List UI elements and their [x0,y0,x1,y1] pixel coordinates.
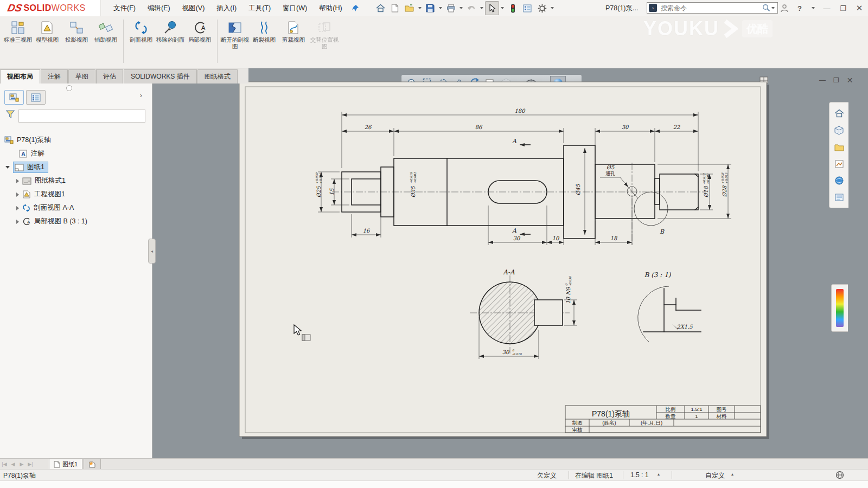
auxiliary-view-button[interactable]: 辅助视图 [91,20,120,43]
menu-edit[interactable]: 编辑(E) [142,0,176,16]
tree-item-annotations[interactable]: A 注解 [0,147,152,160]
section-title[interactable]: A-A [502,268,515,276]
dim-16[interactable]: 16 [363,228,371,234]
panel-expand-chevron[interactable]: › [140,91,142,99]
expand-right-icon[interactable] [16,206,19,210]
new-document-button[interactable] [388,1,402,15]
menu-insert[interactable]: 插入(I) [210,0,242,16]
menu-file[interactable]: 文件(F) [107,0,142,16]
chamfer-dim[interactable]: 2X1.5 [676,324,693,330]
scale-spin-icon[interactable]: ▴ [658,472,660,477]
dim-30[interactable]: 30 [622,124,629,130]
dia-25[interactable]: Ø25 [316,186,322,198]
detail-letter[interactable]: B [660,228,665,235]
search-dropdown-caret[interactable] [771,7,775,9]
doc-close-button[interactable]: ✕ [847,76,853,85]
appearances-palette-tab[interactable] [831,284,848,332]
expand-right-icon[interactable] [16,192,19,197]
tree-root-drawing[interactable]: P78(1)泵轴 [0,133,152,147]
crop-view-button[interactable]: 剪裁视图 [279,20,308,43]
units-spin-icon[interactable]: ▴ [731,472,733,477]
expand-right-icon[interactable] [16,179,19,183]
save-button[interactable] [423,1,437,15]
cut-letter-top[interactable]: A [512,138,517,145]
performance-light-icon[interactable] [506,1,520,15]
print-dropdown-caret[interactable] [459,7,463,9]
restore-button[interactable]: ❐ [838,4,848,12]
feature-tree-tab[interactable] [4,90,24,105]
sheet1-tab[interactable]: 图纸1 [49,459,82,470]
search-icon[interactable] [762,4,770,12]
dia-45[interactable]: Ø45 [575,184,581,196]
section-view-button[interactable]: 剖面视图 [126,20,156,43]
undo-button[interactable] [464,1,478,15]
cut-letter-bottom[interactable]: A [512,227,517,234]
forum-sphere-icon[interactable] [835,176,844,185]
tab-evaluate[interactable]: 评估 [96,69,123,84]
dia-35[interactable]: Ø35 [410,186,416,198]
command-search-box[interactable]: › [647,2,778,14]
drawing-sheet[interactable]: B 180 26 86 30 22 A A Ø25 +0.030 +0.015 … [239,81,769,439]
standard-3-view-button[interactable]: 标准三视图 [3,20,33,43]
selected-tree-item[interactable]: 图纸1 [13,162,48,173]
dim-overall[interactable]: 180 [514,108,526,114]
close-button[interactable]: ✕ [854,3,865,13]
dia-28[interactable]: Ø28 [722,185,727,197]
tab-annotation[interactable]: 注解 [41,69,68,84]
break-view-button[interactable]: 断裂视图 [250,20,279,43]
doc-restore-button[interactable]: ❐ [833,76,839,84]
dim-key-off[interactable]: 10 [552,235,560,241]
help-button[interactable]: ? [794,4,805,12]
file-explorer-icon[interactable] [835,160,844,168]
add-sheet-tab[interactable] [84,459,101,470]
design-tree-toggle-button[interactable] [520,1,534,15]
dim-26[interactable]: 26 [365,124,372,130]
removed-section-button[interactable]: 移除的剖面 [156,20,185,43]
tree-item-detail-view[interactable]: A 局部视图 B (3 : 1) [0,215,152,228]
search-input[interactable] [660,4,762,12]
detail-view-button[interactable]: A 局部视图 [185,20,214,43]
minimize-button[interactable]: — [821,4,832,12]
help-dropdown-caret[interactable] [812,7,815,9]
tree-item-sheet1[interactable]: 图纸1 [0,160,152,174]
menu-view[interactable]: 视图(V) [176,0,211,16]
undo-dropdown-caret[interactable] [480,7,483,9]
expand-down-icon[interactable] [5,166,10,169]
print-button[interactable] [444,1,458,15]
globe-status-icon[interactable] [835,471,844,479]
projected-view-button[interactable]: 投影视图 [62,20,91,43]
tab-view-layout[interactable]: 视图布局 [0,69,40,84]
dim-hole-pos[interactable]: 18 [610,235,618,241]
tree-filter-input[interactable] [18,110,145,123]
save-dropdown-caret[interactable] [439,7,442,9]
tree-item-section-view[interactable]: 剖面视图 A-A [0,201,152,215]
pin-menu-icon[interactable] [349,2,361,14]
tab-addins[interactable]: SOLIDWORKS 插件 [124,69,197,84]
user-account-icon[interactable] [780,4,789,12]
property-manager-tab[interactable] [26,90,46,105]
resources-cube-icon[interactable] [834,126,844,135]
menu-window[interactable]: 窗口(W) [277,0,313,16]
key-width[interactable]: 10 N9 [565,286,571,304]
options-dropdown-caret[interactable] [551,7,554,9]
select-dropdown-caret[interactable] [501,7,504,9]
doc-minimize-button[interactable]: — [819,76,826,84]
panel-collapse-knob[interactable] [66,85,72,91]
detail-title[interactable]: B (3 : 1) [644,271,672,279]
broken-out-section-button[interactable]: 断开的剖视图 [220,20,250,49]
design-library-folder-icon[interactable] [834,144,844,151]
dim-22[interactable]: 22 [673,124,680,130]
expand-right-icon[interactable] [16,220,19,224]
tab-sheet-format[interactable]: 图纸格式 [197,69,238,84]
status-units[interactable]: 自定义 [705,471,725,480]
open-button[interactable] [403,1,417,15]
home-tab-icon[interactable] [834,109,844,118]
nav-last-icon[interactable]: ▶| [26,461,35,467]
tree-item-sheet-format[interactable]: 图纸格式1 [0,174,152,188]
status-scale[interactable]: 1.5 : 1 [630,471,648,479]
dim-15[interactable]: 15 [329,188,335,195]
tab-sketch[interactable]: 草图 [68,69,95,84]
menu-help[interactable]: 帮助(H) [313,0,348,16]
panel-splitter-handle[interactable]: ◂ [148,239,156,264]
hole-dia-label[interactable]: Ø5 [607,164,615,170]
